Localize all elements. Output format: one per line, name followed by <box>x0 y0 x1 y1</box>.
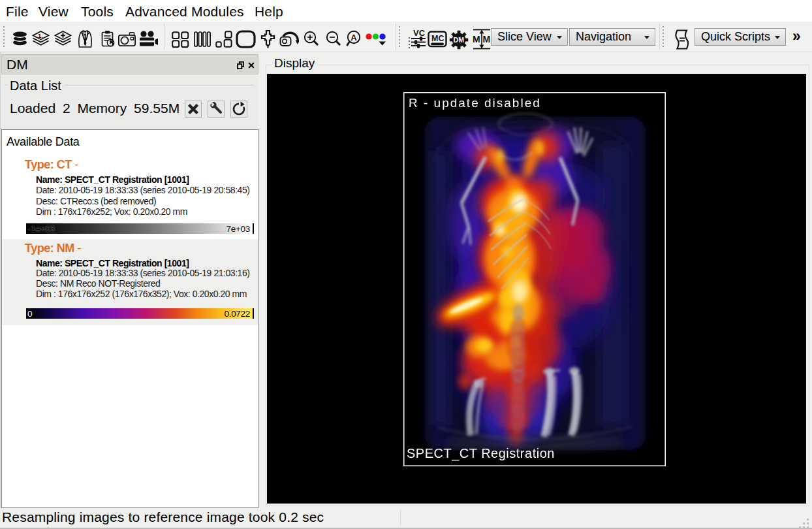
svg-text:SPECT_CT Registration: SPECT_CT Registration <box>407 446 555 461</box>
svg-text:M: M <box>473 34 480 44</box>
svg-text:M: M <box>483 34 491 44</box>
svg-text:DM: DM <box>454 36 465 44</box>
svg-text:MC: MC <box>431 34 444 43</box>
svg-text:A: A <box>351 33 357 42</box>
svg-text:1.: 1. <box>38 32 43 39</box>
svg-text:VC: VC <box>413 28 426 38</box>
svg-text:R - update disabled: R - update disabled <box>409 96 541 110</box>
